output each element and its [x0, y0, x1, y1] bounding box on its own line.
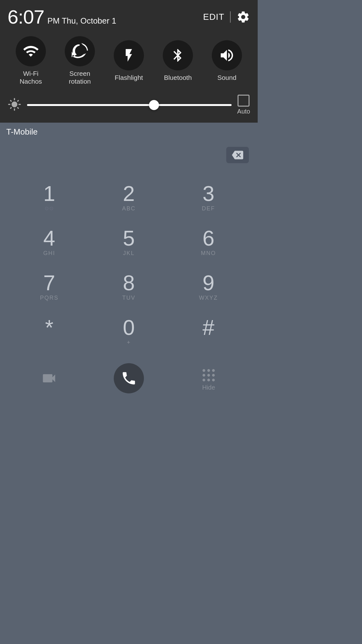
- key-3[interactable]: 3 DEF: [169, 175, 248, 220]
- key-6[interactable]: 6 MNO: [169, 220, 248, 264]
- bluetooth-label: Bluetooth: [164, 74, 192, 81]
- auto-label: Auto: [237, 108, 250, 115]
- rotation-toggle-circle: [65, 36, 95, 66]
- bluetooth-toggle[interactable]: Bluetooth: [163, 40, 193, 81]
- rotation-icon: [72, 43, 88, 59]
- bluetooth-toggle-circle: [163, 40, 193, 70]
- dial-input-row: [6, 141, 251, 166]
- settings-icon[interactable]: [236, 10, 250, 24]
- carrier-bar: T-Mobile: [0, 123, 258, 141]
- wifi-label: Wi-Fi Nachos: [19, 69, 42, 85]
- rotation-toggle[interactable]: Screen rotation: [65, 36, 95, 85]
- phone-icon: [121, 370, 137, 386]
- edit-button[interactable]: EDIT: [203, 12, 224, 22]
- call-btn-circle: [114, 363, 144, 393]
- wifi-icon: [23, 43, 39, 59]
- key-1[interactable]: 1 ⊙⊙: [9, 175, 89, 220]
- status-bar: 6:07 PM Thu, October 1 EDIT: [0, 0, 258, 31]
- time-date: 6:07 PM Thu, October 1: [8, 6, 116, 28]
- wifi-toggle[interactable]: Wi-Fi Nachos: [16, 36, 46, 85]
- key-5[interactable]: 5 JKL: [89, 220, 168, 264]
- slider-thumb: [149, 100, 159, 110]
- flashlight-icon: [121, 48, 136, 63]
- sound-toggle-circle: [212, 40, 242, 70]
- key-hash[interactable]: #: [169, 309, 248, 354]
- divider: [230, 11, 231, 23]
- keypad: 1 ⊙⊙ 2 ABC 3 DEF 4 GHI 5 JKL 6 MNO 7 PQR…: [6, 166, 251, 357]
- hide-button[interactable]: Hide: [200, 366, 217, 391]
- backspace-button[interactable]: [226, 147, 249, 163]
- key-9[interactable]: 9 WXYZ: [169, 264, 248, 309]
- sound-icon: [219, 47, 235, 64]
- sound-toggle[interactable]: Sound: [212, 40, 242, 81]
- bluetooth-icon: [170, 48, 185, 63]
- wifi-toggle-circle: [16, 36, 46, 66]
- hide-label: Hide: [202, 384, 215, 391]
- clock: 6:07: [8, 6, 44, 28]
- call-button[interactable]: [114, 363, 144, 393]
- key-star[interactable]: *: [9, 309, 89, 354]
- video-icon: [41, 370, 57, 386]
- bottom-bar: Hide: [6, 357, 251, 403]
- flashlight-toggle-circle: [114, 40, 144, 70]
- rotation-label: Screen rotation: [69, 69, 91, 85]
- notification-panel: 6:07 PM Thu, October 1 EDIT Wi-Fi: [0, 0, 258, 123]
- dialpad-icon: [200, 366, 217, 382]
- key-4[interactable]: 4 GHI: [9, 220, 89, 264]
- key-0[interactable]: 0 +: [89, 309, 168, 354]
- slider-track: [27, 104, 232, 106]
- brightness-icon: [8, 97, 21, 113]
- dialer: 1 ⊙⊙ 2 ABC 3 DEF 4 GHI 5 JKL 6 MNO 7 PQR…: [0, 141, 258, 403]
- status-right: EDIT: [203, 10, 250, 24]
- video-button[interactable]: [41, 370, 57, 386]
- brightness-slider[interactable]: [27, 104, 232, 106]
- flashlight-label: Flashlight: [115, 74, 143, 81]
- key-2[interactable]: 2 ABC: [89, 175, 168, 220]
- flashlight-toggle[interactable]: Flashlight: [114, 40, 144, 81]
- quick-toggles: Wi-Fi Nachos Screen rotation Fl: [0, 31, 258, 92]
- backspace-icon: [232, 149, 243, 161]
- auto-square-icon: [238, 95, 250, 107]
- brightness-row: Auto: [0, 92, 258, 123]
- date-label: PM Thu, October 1: [47, 16, 116, 26]
- sound-label: Sound: [217, 74, 237, 81]
- key-8[interactable]: 8 TUV: [89, 264, 168, 309]
- key-7[interactable]: 7 PQRS: [9, 264, 89, 309]
- auto-brightness-button[interactable]: Auto: [237, 95, 250, 115]
- carrier-name: T-Mobile: [6, 127, 38, 136]
